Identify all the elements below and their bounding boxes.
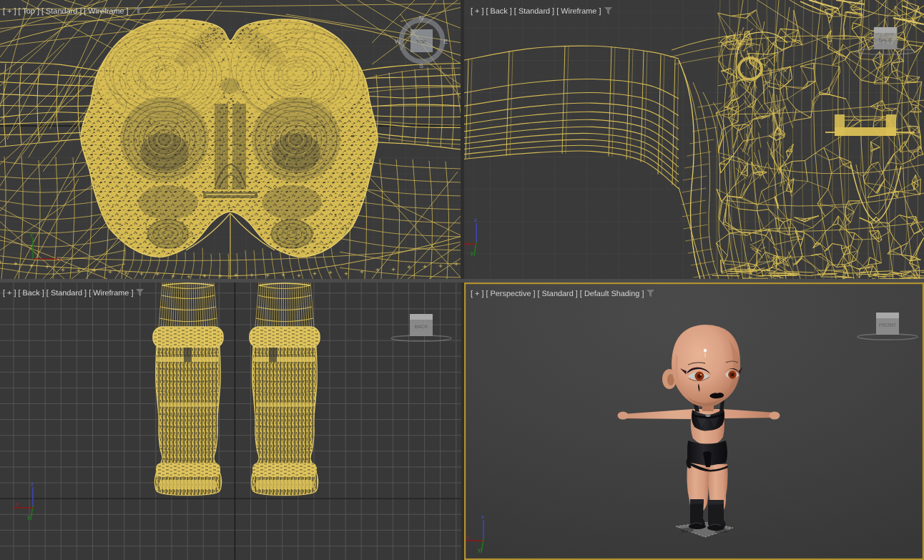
svg-text:x: x [466, 534, 469, 540]
svg-text:z: z [474, 217, 477, 223]
svg-text:y: y [27, 514, 30, 520]
svg-text:x: x [16, 501, 19, 507]
svg-text:[ + ] [ Perspective ] [ Standa: [ + ] [ Perspective ] [ Standard ] [ Def… [471, 289, 644, 298]
svg-text:y: y [478, 546, 481, 553]
svg-text:TOP: TOP [416, 39, 427, 44]
svg-text:x: x [59, 256, 62, 262]
svg-text:y: y [471, 250, 473, 256]
svg-text:z: z [481, 514, 484, 520]
svg-text:y: y [30, 231, 33, 237]
svg-text:S: S [419, 62, 423, 69]
svg-text:BACK: BACK [878, 37, 892, 42]
svg-text:N: N [419, 14, 424, 21]
svg-text:[ + ] [ Back ] [ Standard ] [: [ + ] [ Back ] [ Standard ] [ Wireframe … [3, 288, 133, 297]
svg-text:FRONT: FRONT [879, 323, 897, 328]
svg-text:BACK: BACK [414, 324, 428, 329]
svg-text:W: W [395, 38, 401, 45]
svg-text:[ + ] [ Back ] [ Standard ] [: [ + ] [ Back ] [ Standard ] [ Wireframe … [471, 6, 601, 15]
svg-text:E: E [443, 38, 448, 45]
svg-text:z: z [31, 481, 34, 487]
svg-text:[ + ] [ Top ] [ Standard ] [ W: [ + ] [ Top ] [ Standard ] [ Wireframe ] [3, 6, 129, 15]
